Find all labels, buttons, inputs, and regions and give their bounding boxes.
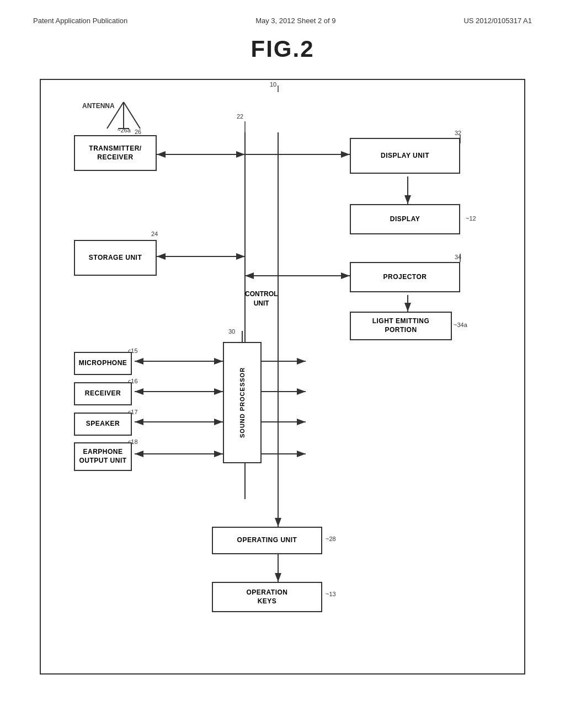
- label-10: 10: [270, 81, 276, 88]
- light-emitting-box: LIGHT EMITTINGPORTION: [350, 312, 452, 340]
- receiver-box: RECEIVER: [74, 382, 132, 405]
- header-center: May 3, 2012 Sheet 2 of 9: [255, 17, 335, 25]
- label-22: 22: [237, 113, 243, 120]
- display-box: DISPLAY: [350, 204, 460, 234]
- antenna-text: ANTENNA: [82, 102, 115, 110]
- page: Patent Application Publication May 3, 20…: [0, 0, 565, 728]
- label-24: 24: [151, 231, 158, 237]
- label-12: ~12: [466, 215, 476, 222]
- header: Patent Application Publication May 3, 20…: [33, 17, 532, 25]
- header-right: US 2012/0105317 A1: [463, 17, 532, 25]
- microphone-box: MICROPHONE: [74, 352, 132, 375]
- svg-line-22: [124, 102, 140, 129]
- antenna-26a-label: ~26a: [117, 127, 131, 133]
- earphone-output-unit-box: EARPHONEOUTPUT UNIT: [74, 442, 132, 471]
- label-13: ~13: [326, 591, 336, 597]
- label-34: 34: [455, 254, 461, 260]
- label-34a: ~34a: [454, 322, 467, 328]
- diagram: 10 ANTENNA ~26a 26 22 TRANSMITTER/RECEIV…: [40, 79, 525, 675]
- control-unit-label: CONTROLUNIT: [245, 290, 278, 308]
- label-26: 26: [135, 129, 141, 135]
- storage-unit-box: STORAGE UNIT: [74, 240, 157, 276]
- label-30: 30: [228, 328, 235, 335]
- label-28: ~28: [326, 536, 336, 542]
- operating-unit-box: OPERATING UNIT: [212, 527, 322, 554]
- display-unit-box: DISPLAY UNIT: [350, 138, 460, 174]
- sound-processor-box: SOUND PROCESSOR: [223, 342, 262, 463]
- header-left: Patent Application Publication: [33, 17, 127, 25]
- operation-keys-box: OPERATIONKEYS: [212, 582, 322, 612]
- speaker-box: SPEAKER: [74, 413, 132, 436]
- label-32: 32: [455, 130, 461, 136]
- projector-box: PROJECTOR: [350, 262, 460, 292]
- transmitter-receiver-box: TRANSMITTER/RECEIVER: [74, 135, 157, 171]
- figure-title: FIG.2: [33, 36, 532, 62]
